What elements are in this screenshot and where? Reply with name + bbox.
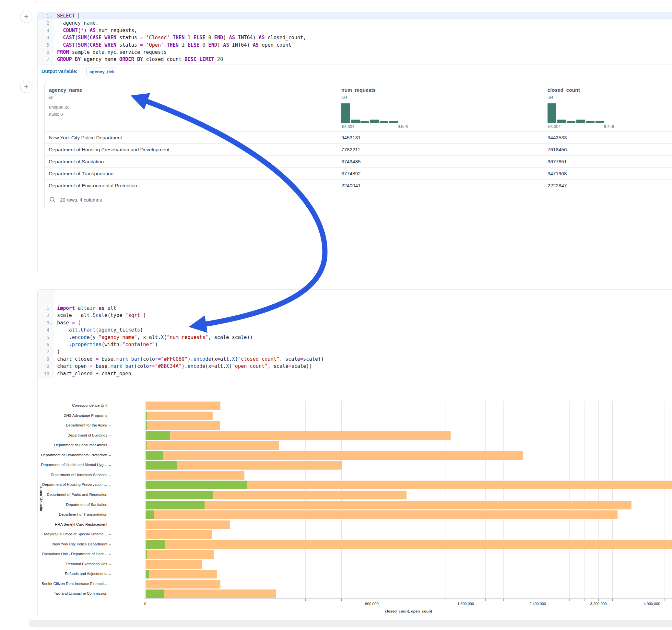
table-footer: 20 rows, 4 columns [45, 191, 672, 209]
code-text: import altair as alt [57, 305, 116, 312]
previous-cell-bottom-edge [35, 0, 672, 3]
sql-line-5[interactable]: 5 CAST(SUM(CASE WHEN status = 'Open' THE… [38, 42, 672, 49]
notebook-page: + + 1⌄SELECT 2 agency_name,3 COUNT(*) AS… [0, 0, 672, 630]
sql-line-7[interactable]: 7GROUP BY agency_name ORDER BY closed_co… [38, 56, 672, 63]
add-cell-button-middle[interactable]: + [20, 81, 32, 93]
python-line-1[interactable]: 1import altair as alt [38, 305, 672, 312]
table-row[interactable]: New York City Police Department945313194… [45, 131, 672, 144]
output-variable-label: Output variable: [42, 69, 77, 74]
code-text: .encode(y="agency_name", x=alt.X("num_re… [57, 334, 253, 341]
code-text: alt.Chart(agency_tickets) [57, 326, 143, 334]
table-cell: 2240041 [341, 179, 361, 192]
code-text: GROUP BY agency_name ORDER BY closed_cou… [57, 56, 223, 63]
sql-line-3[interactable]: 3 COUNT(*) AS num_requests, [38, 27, 672, 34]
table-cell: Department of Sanitation [49, 155, 104, 168]
column-histogram [341, 103, 399, 123]
python-line-4[interactable]: 4 alt.Chart(agency_tickets) [38, 326, 672, 334]
table-cell: New York City Police Department [49, 131, 122, 144]
table-cell: 7618456 [548, 144, 567, 155]
python-line-7[interactable]: 7) [38, 348, 672, 355]
column-header-agency_name[interactable]: agency_name [49, 87, 82, 93]
line-number: 8 [38, 356, 49, 363]
code-text: SELECT [57, 12, 78, 20]
code-text: scale = alt.Scale(type="sqrt") [57, 312, 146, 319]
output-variable-row: Output variable: agency_tickets [38, 65, 672, 80]
python-cell-card: 1import altair as alt2scale = alt.Scale(… [37, 289, 672, 618]
python-line-10[interactable]: 10chart_closed + chart_open [38, 370, 672, 377]
column-header-num_requests[interactable]: num_requests [341, 87, 376, 93]
line-number: 3 [38, 27, 49, 34]
sql-line-6[interactable]: 6FROM sample_data.nyc.service_requests [38, 49, 672, 56]
table-row[interactable]: Department of Transportation377489234719… [45, 167, 672, 179]
plus-icon: + [24, 12, 28, 21]
table-cell: 3677651 [548, 155, 567, 168]
code-text: .properties(width="container") [57, 341, 158, 348]
line-number: 2 [38, 20, 49, 27]
column-dtype: i64 [341, 95, 347, 100]
line-number: 5 [38, 334, 49, 341]
python-line-3[interactable]: 3⌄base = ( [38, 319, 672, 326]
histogram-max-label: 9.4e6 [590, 124, 614, 129]
code-text: chart_closed + chart_open [57, 370, 131, 377]
code-text: CAST(SUM(CASE WHEN status = 'Closed' THE… [57, 34, 306, 41]
python-line-2[interactable]: 2scale = alt.Scale(type="sqrt") [38, 312, 672, 319]
column-histogram [548, 103, 605, 123]
sql-code-editor[interactable]: 1⌄SELECT 2 agency_name,3 COUNT(*) AS num… [38, 12, 672, 63]
table-cell: 3774892 [341, 168, 361, 179]
code-text: CAST(SUM(CASE WHEN status = 'Open' THEN … [57, 42, 291, 49]
sql-line-2[interactable]: 2 agency_name, [38, 20, 672, 27]
line-number: 3 [38, 319, 49, 326]
collapsed-cell-band [28, 620, 672, 627]
line-number: 10 [38, 370, 49, 377]
line-number: 1 [38, 12, 49, 20]
line-number: 4 [38, 326, 49, 334]
column-dtype: str [49, 95, 54, 100]
plus-icon: + [24, 82, 28, 91]
code-text: ) [57, 348, 60, 355]
line-number: 5 [38, 42, 49, 49]
column-dtype: i64 [548, 95, 553, 100]
histogram-min-label: 53,304 [548, 124, 560, 129]
add-cell-button-top[interactable]: + [20, 11, 32, 23]
line-number: 6 [38, 341, 49, 348]
sql-line-1[interactable]: 1⌄SELECT [38, 12, 672, 20]
sql-line-4[interactable]: 4 CAST(SUM(CASE WHEN status = 'Closed' T… [38, 34, 672, 41]
table-cell: Department of Housing Preservation and D… [49, 144, 170, 155]
next-cell-top-edge [37, 629, 672, 630]
python-line-5[interactable]: 5 .encode(y="agency_name", x=alt.X("num_… [38, 334, 672, 341]
dataframe-preview-table: agency_namestrunique: 20nulls: 0num_requ… [44, 82, 672, 209]
table-cell: 3749485 [341, 155, 361, 168]
column-header-closed_count[interactable]: closed_count [548, 87, 580, 93]
fold-chevron-icon[interactable]: ⌄ [50, 13, 52, 20]
text-cursor [78, 13, 78, 19]
table-cell: 9443533 [548, 131, 567, 144]
column-stat: unique: 20 [49, 105, 69, 110]
python-line-9[interactable]: 9chart_open = base.mark_bar(color="#8BC3… [38, 363, 672, 370]
table-cell: 3471908 [548, 168, 567, 179]
column-stat: nulls: 0 [49, 112, 63, 117]
search-icon[interactable] [49, 196, 56, 203]
python-line-6[interactable]: 6 .properties(width="container") [38, 341, 672, 348]
table-cell: Department of Transportation [49, 168, 114, 179]
table-row[interactable]: Department of Environmental Protection22… [45, 179, 672, 192]
table-row[interactable]: Department of Housing Preservation and D… [45, 143, 672, 155]
line-number: 1 [38, 305, 49, 312]
code-text: chart_closed = base.mark_bar(color="#FFC… [57, 356, 324, 363]
row-column-count: 20 rows, 4 columns [60, 197, 102, 202]
line-number: 6 [38, 49, 49, 56]
code-text: base = ( [57, 319, 81, 326]
line-number: 7 [38, 348, 49, 355]
table-cell: 7782211 [341, 144, 360, 155]
line-number: 4 [38, 34, 49, 41]
code-text: chart_open = base.mark_bar(color="#8BC34… [57, 363, 312, 370]
table-row[interactable]: Department of Sanitation37494853677651 [45, 155, 672, 168]
table-cell: 9453131 [341, 131, 361, 144]
python-code-editor[interactable]: 1import altair as alt2scale = alt.Scale(… [38, 305, 672, 377]
fold-chevron-icon[interactable]: ⌄ [50, 319, 52, 327]
table-cell: Department of Environmental Protection [49, 179, 137, 192]
table-cell: 2222847 [548, 179, 567, 192]
code-text: FROM sample_data.nyc.service_requests [57, 49, 167, 56]
python-line-8[interactable]: 8chart_closed = base.mark_bar(color="#FF… [38, 356, 672, 363]
code-text: agency_name, [57, 20, 99, 27]
output-variable-chip[interactable]: agency_tickets [86, 67, 114, 76]
